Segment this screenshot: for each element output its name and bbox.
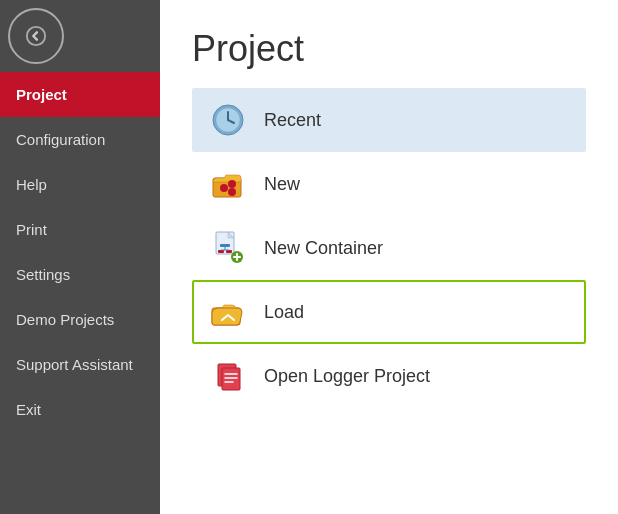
svg-point-8 — [228, 188, 236, 196]
sidebar-item-exit[interactable]: Exit — [0, 387, 160, 432]
sidebar-item-settings[interactable]: Settings — [0, 252, 160, 297]
sidebar-item-help[interactable]: Help — [0, 162, 160, 207]
menu-item-open-logger-project[interactable]: Open Logger Project — [192, 344, 586, 408]
svg-point-0 — [27, 27, 45, 45]
menu-item-recent-label: Recent — [264, 110, 321, 131]
svg-rect-10 — [220, 244, 230, 247]
load-icon — [208, 292, 248, 332]
sidebar-item-print[interactable]: Print — [0, 207, 160, 252]
new-icon — [208, 164, 248, 204]
new-container-icon — [208, 228, 248, 268]
sidebar-item-project[interactable]: Project — [0, 72, 160, 117]
sidebar-item-configuration[interactable]: Configuration — [0, 117, 160, 162]
page-title: Project — [192, 28, 586, 70]
recent-icon — [208, 100, 248, 140]
sidebar-item-demo-projects[interactable]: Demo Projects — [0, 297, 160, 342]
open-logger-project-icon — [208, 356, 248, 396]
menu-item-load-label: Load — [264, 302, 304, 323]
sidebar: Project Configuration Help Print Setting… — [0, 0, 160, 514]
menu-item-new-container[interactable]: New Container — [192, 216, 586, 280]
menu-item-open-logger-project-label: Open Logger Project — [264, 366, 430, 387]
svg-point-7 — [228, 180, 236, 188]
back-button[interactable] — [8, 8, 64, 64]
menu-item-recent[interactable]: Recent — [192, 88, 586, 152]
project-menu-list: Recent New — [192, 88, 586, 408]
main-content: Project Recent — [160, 0, 618, 514]
menu-item-new[interactable]: New — [192, 152, 586, 216]
svg-point-6 — [220, 184, 228, 192]
menu-item-new-container-label: New Container — [264, 238, 383, 259]
menu-item-new-label: New — [264, 174, 300, 195]
menu-item-load[interactable]: Load — [192, 280, 586, 344]
sidebar-item-support-assistant[interactable]: Support Assistant — [0, 342, 160, 387]
svg-rect-20 — [222, 368, 240, 390]
